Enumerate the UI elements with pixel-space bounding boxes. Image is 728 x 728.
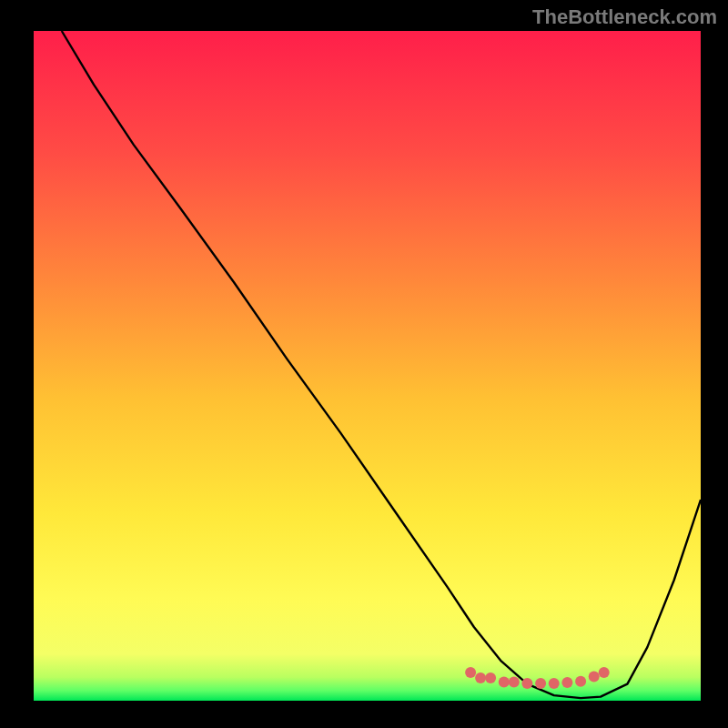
optimal-point — [509, 676, 520, 687]
optimal-point — [575, 676, 586, 687]
chart-container: TheBottleneck.com — [0, 0, 728, 728]
gradient-background — [34, 31, 701, 701]
optimal-point — [589, 672, 600, 682]
optimal-point — [535, 678, 546, 689]
optimal-point — [485, 672, 496, 683]
optimal-point — [465, 667, 476, 678]
optimal-point — [521, 678, 532, 689]
optimal-point — [475, 672, 486, 683]
watermark-label: TheBottleneck.com — [532, 5, 717, 29]
optimal-point — [561, 677, 572, 688]
optimal-point — [499, 676, 510, 687]
optimal-point — [549, 678, 560, 689]
bottleneck-chart — [0, 0, 728, 728]
optimal-point — [599, 667, 610, 678]
